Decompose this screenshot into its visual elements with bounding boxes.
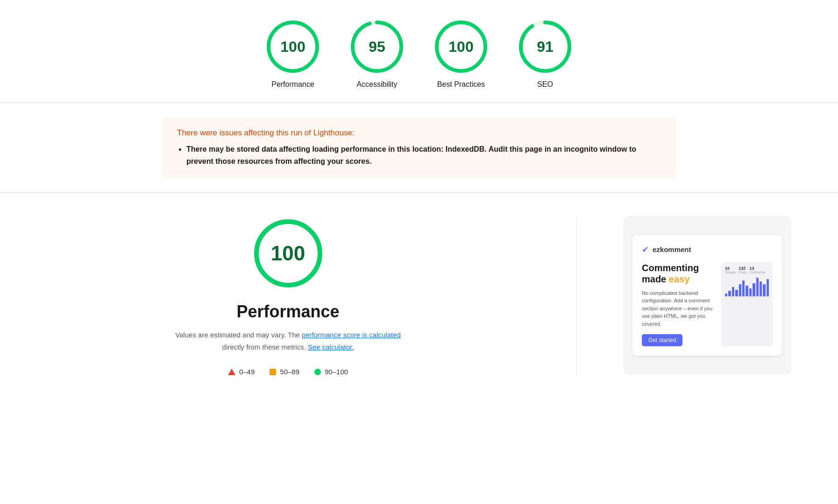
ad-inner: Commentingmade easy No complicated backe… (642, 262, 773, 347)
warning-item: There may be stored data affecting loadi… (186, 143, 661, 167)
score-value-performance: 100 (280, 38, 305, 56)
bar-6 (742, 280, 745, 296)
scores-section: 100 Performance 95 Accessibility 100 Bes… (0, 0, 838, 103)
ad-headline: Commentingmade easy (642, 262, 716, 285)
fail-icon (228, 369, 235, 375)
score-item-performance: 100 Performance (265, 19, 321, 89)
ad-screenshot: 10 Groups 132 Posts 13 Comments (721, 262, 773, 347)
score-value-seo: 91 (537, 38, 554, 56)
good-range: 90–100 (325, 368, 348, 376)
ad-card: ✔ ezkomment Commentingmade easy No compl… (632, 235, 782, 356)
score-circle-accessibility: 95 (349, 19, 405, 75)
score-label-accessibility: Accessibility (356, 80, 397, 89)
bar-12 (763, 284, 765, 296)
score-item-seo: 91 SEO (517, 19, 573, 89)
stat-value-groups: 10 (725, 266, 736, 271)
ad-cta-button[interactable]: Get started (642, 334, 682, 346)
bar-5 (739, 284, 741, 296)
warning-title: There were issues affecting this run of … (177, 128, 661, 138)
score-circle-seo: 91 (517, 19, 573, 75)
calculator-link[interactable]: See calculator. (308, 343, 354, 351)
bar-7 (746, 286, 748, 296)
vertical-divider (576, 216, 576, 376)
ad-stat-posts: 132 Posts (739, 266, 747, 274)
bar-4 (735, 290, 738, 296)
ad-text-block: Commentingmade easy No complicated backe… (642, 262, 716, 347)
ad-stats-row: 10 Groups 132 Posts 13 Comments (725, 266, 769, 274)
stat-label-posts: Posts (739, 271, 747, 274)
score-value-accessibility: 95 (369, 38, 385, 56)
ad-stat-comments: 13 Comments (749, 266, 765, 274)
ad-header: ✔ ezkomment (642, 245, 773, 255)
stat-value-posts: 132 (739, 266, 747, 271)
bar-11 (760, 281, 762, 296)
ad-body-text: No complicated backend configuration. Ad… (642, 289, 716, 328)
warning-banner: There were issues affecting this run of … (162, 117, 676, 178)
bar-13 (767, 279, 769, 296)
performance-description: Values are estimated and may vary. The p… (171, 329, 405, 353)
score-item-accessibility: 95 Accessibility (349, 19, 405, 89)
main-content: 100 Performance Values are estimated and… (0, 193, 838, 394)
good-icon (314, 369, 321, 375)
ad-stat-groups: 10 Groups (725, 266, 736, 274)
score-label-seo: SEO (537, 80, 553, 89)
stat-label-groups: Groups (725, 271, 736, 274)
score-legend: 0–49 50–89 90–100 (228, 368, 348, 376)
stat-label-comments: Comments (749, 271, 765, 274)
bar-9 (753, 283, 755, 296)
ad-highlight: easy (669, 274, 690, 284)
performance-score-link[interactable]: performance score is calculated (302, 331, 401, 339)
score-circle-performance: 100 (265, 19, 321, 75)
bar-3 (732, 287, 734, 296)
ad-logo-icon: ✔ (642, 245, 649, 255)
bar-10 (756, 278, 759, 296)
score-circle-best-practices: 100 (433, 19, 489, 75)
score-value-best-practices: 100 (448, 38, 473, 56)
score-label-best-practices: Best Practices (437, 80, 485, 89)
bar-8 (749, 288, 752, 296)
score-item-best-practices: 100 Best Practices (433, 19, 489, 89)
legend-average: 50–89 (270, 368, 299, 376)
average-icon (270, 369, 276, 375)
ad-panel: ✔ ezkomment Commentingmade easy No compl… (623, 216, 791, 375)
score-label-performance: Performance (271, 80, 314, 89)
ad-chart (725, 278, 769, 296)
bar-1 (725, 294, 727, 296)
legend-good: 90–100 (314, 368, 348, 376)
warning-list: There may be stored data affecting loadi… (177, 143, 661, 167)
performance-panel: 100 Performance Values are estimated and… (47, 216, 529, 376)
large-score-number: 100 (271, 242, 305, 265)
large-score-circle: 100 (251, 216, 326, 291)
legend-fail: 0–49 (228, 368, 255, 376)
ad-brand-name: ezkomment (653, 245, 691, 253)
fail-range: 0–49 (239, 368, 255, 376)
bar-2 (728, 291, 731, 296)
stat-value-comments: 13 (749, 266, 765, 271)
average-range: 50–89 (280, 368, 299, 376)
performance-section-title: Performance (236, 302, 339, 322)
